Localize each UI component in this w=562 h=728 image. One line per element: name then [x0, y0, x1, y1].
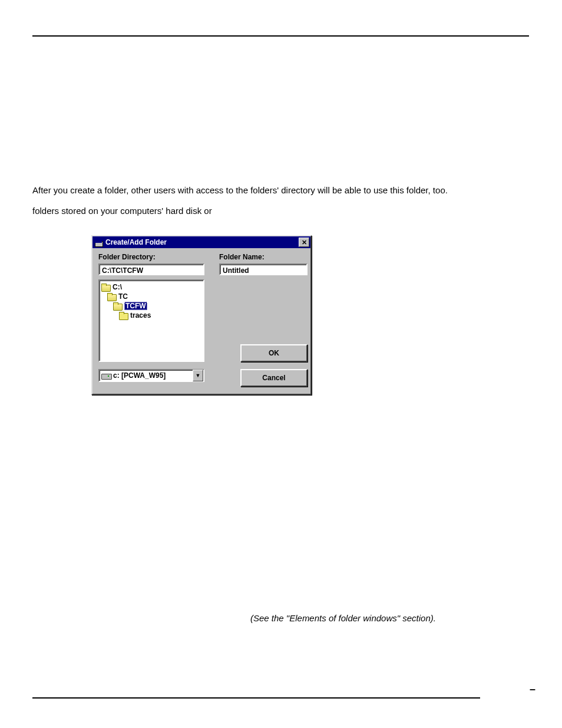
dialog-title: Create/Add Folder — [105, 238, 299, 246]
tree-item-label: TCFW — [124, 302, 147, 310]
app-icon — [95, 239, 103, 246]
paragraph-2: folders stored on your computers' hard d… — [32, 205, 244, 218]
folder-directory-path: C:\TC\TCFW — [98, 263, 204, 275]
drive-row: c: [PCWA_W95] ▼ — [98, 369, 213, 387]
drive-value: c: [PCWA_W95] — [113, 371, 166, 380]
page-corner-mark: – — [530, 683, 535, 696]
footnote: (See the "Elements of folder windows" se… — [250, 613, 530, 623]
folder-open-icon — [107, 293, 117, 300]
body-text: After you create a folder, other users w… — [32, 184, 530, 218]
tree-item-tc[interactable]: TC — [101, 292, 201, 301]
dialog-figure: Create/Add Folder ✕ Folder Directory: Fo… — [91, 235, 530, 395]
folder-open-icon — [101, 284, 111, 291]
folder-name-label: Folder Name: — [219, 253, 308, 261]
drive-combobox[interactable]: c: [PCWA_W95] ▼ — [98, 369, 204, 382]
bottom-rule — [32, 697, 480, 699]
close-button[interactable]: ✕ — [299, 238, 309, 247]
titlebar[interactable]: Create/Add Folder ✕ — [92, 236, 310, 248]
tree-item-traces[interactable]: traces — [101, 311, 201, 320]
tree-item-tcfw[interactable]: TCFW — [101, 301, 201, 311]
folder-directory-label: Folder Directory: — [98, 253, 213, 261]
dialog-body: Folder Directory: Folder Name: C:\TC\TCF… — [92, 248, 310, 394]
paragraph-1: After you create a folder, other users w… — [32, 184, 480, 197]
tree-item-label: traces — [130, 311, 151, 319]
ok-button[interactable]: OK — [240, 344, 308, 362]
document-page: After you create a folder, other users w… — [0, 0, 562, 728]
chevron-down-icon[interactable]: ▼ — [193, 370, 203, 381]
tree-item-label: TC — [118, 292, 128, 301]
directory-tree[interactable]: C:\ TC TCFW traces — [98, 279, 204, 362]
folder-open-icon — [113, 302, 123, 309]
create-add-folder-dialog: Create/Add Folder ✕ Folder Directory: Fo… — [91, 235, 312, 395]
cancel-button[interactable]: Cancel — [240, 369, 308, 387]
folder-closed-icon — [119, 312, 128, 319]
folder-name-input[interactable]: Untitled — [219, 263, 308, 275]
tree-item-label: C:\ — [113, 283, 122, 291]
cancel-row: Cancel — [219, 369, 308, 387]
button-column: OK — [219, 279, 308, 362]
top-rule — [32, 35, 529, 37]
tree-item-c[interactable]: C:\ — [101, 282, 201, 292]
drive-icon — [101, 373, 111, 378]
spacer — [219, 279, 308, 341]
